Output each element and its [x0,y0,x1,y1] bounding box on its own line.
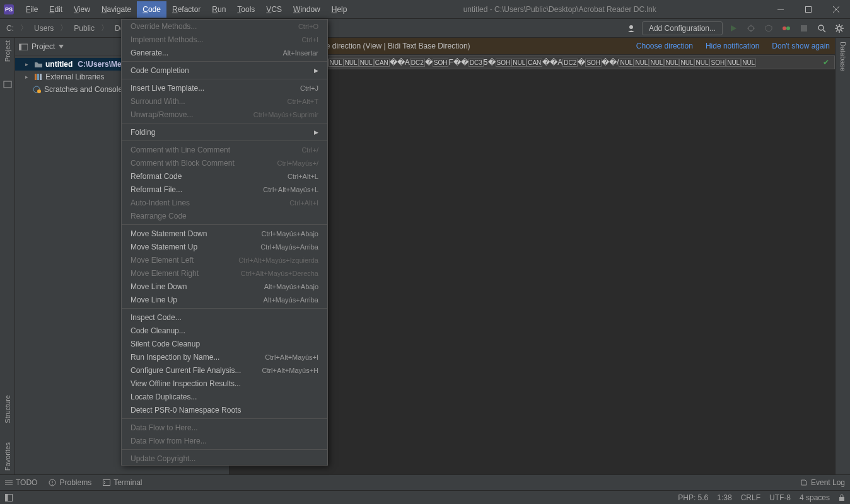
analysis-ok-icon[interactable]: ✔ [823,58,829,67]
svg-rect-31 [40,74,42,80]
terminal-tool-button[interactable]: Terminal [103,478,142,487]
svg-point-4 [629,25,633,29]
menu-item[interactable]: Move Statement UpCtrl+Mayús+Arriba [122,240,327,253]
eventlog-tool-button[interactable]: Event Log [800,478,845,487]
eventlog-label: Event Log [811,478,845,487]
status-indent[interactable]: 4 spaces [800,493,830,502]
breadcrumb-separator-icon: 〉 [98,21,111,35]
menu-tools[interactable]: Tools [231,1,260,18]
menu-view[interactable]: View [68,1,96,18]
menu-run[interactable]: Run [206,1,231,18]
svg-rect-1 [806,6,812,12]
menu-code[interactable]: Code [137,1,166,18]
svg-marker-28 [59,45,64,49]
choose-direction-link[interactable]: Choose direction [636,42,693,50]
menu-item: Move Element RightCtrl+Alt+Mayús+Derecha [122,266,327,280]
menu-help[interactable]: Help [326,1,353,18]
toolwindows-toggle-icon[interactable] [5,494,13,501]
menu-item: Surround With...Ctrl+Alt+T [122,94,327,108]
bottom-toolstrip: TODO Problems Terminal Event Log [0,474,850,490]
project-tool-tab[interactable]: Project [4,40,11,62]
breadcrumb-separator-icon: 〉 [18,21,30,35]
menu-window[interactable]: Window [288,1,326,18]
minimize-button[interactable] [767,0,795,19]
search-icon[interactable] [815,21,829,35]
svg-point-14 [818,25,824,30]
listen-icon[interactable] [779,21,793,35]
dont-show-again-link[interactable]: Don't show again [772,42,830,50]
close-button[interactable] [822,0,850,19]
menu-refactor[interactable]: Refactor [166,1,206,18]
svg-rect-30 [37,74,39,80]
problems-tool-button[interactable]: Problems [49,478,91,487]
eventlog-icon [800,479,808,486]
bookmark-icon[interactable] [3,81,12,88]
svg-rect-40 [103,480,110,486]
maximize-icon [805,6,812,13]
user-icon[interactable] [624,21,638,35]
menu-item[interactable]: Insert Live Template...Ctrl+J [122,81,327,94]
menu-item[interactable]: Move Line DownAlt+Mayús+Abajo [122,280,327,293]
folder-icon [34,60,43,68]
menu-item[interactable]: Move Line UpAlt+Mayús+Arriba [122,293,327,306]
menu-vcs[interactable]: VCS [260,1,288,18]
svg-rect-13 [801,25,807,32]
menu-item: Override Methods...Ctrl+O [122,20,327,33]
status-line-ending[interactable]: CRLF [741,493,760,502]
menu-item: Implement Methods...Ctrl+I [122,33,327,46]
menu-item: Update Copyright... [122,452,327,465]
menu-item: Unwrap/Remove...Ctrl+Mayús+Suprimir [122,108,327,121]
chevron-down-icon[interactable] [59,45,64,49]
menu-item[interactable]: Inspect Code... [122,311,327,324]
menu-item[interactable]: Code Completion▶ [122,64,327,77]
maximize-button[interactable] [795,0,822,19]
status-encoding[interactable]: UTF-8 [769,493,791,502]
status-position[interactable]: 1:38 [717,493,731,502]
status-php[interactable]: PHP: 5.6 [678,493,708,502]
menu-item[interactable]: Code Cleanup... [122,324,327,337]
menu-item[interactable]: Locate Duplicates... [122,390,327,403]
menu-item[interactable]: Silent Code Cleanup [122,337,327,350]
menu-item[interactable]: Folding▶ [122,125,327,139]
problems-icon [49,479,56,486]
window-title: untitled - C:\Users\Public\Desktop\Acrob… [352,5,767,14]
run-icon[interactable] [726,21,740,35]
menu-item[interactable]: Run Inspection by Name...Ctrl+Alt+Mayús+… [122,350,327,364]
app-logo: PS [4,4,14,14]
menu-item[interactable]: View Offline Inspection Results... [122,377,327,390]
status-lock-icon[interactable] [839,494,845,501]
settings-icon[interactable] [832,21,846,35]
debug-icon[interactable] [744,21,758,35]
menu-item: Rearrange Code [122,209,327,222]
menu-item[interactable]: Reformat File...Ctrl+Alt+Mayús+L [122,183,327,196]
menu-edit[interactable]: Edit [44,1,68,18]
left-tool-gutter: Project Structure Favorites [0,38,15,474]
stop-icon[interactable] [797,21,811,35]
menu-item[interactable]: Configure Current File Analysis...Ctrl+A… [122,364,327,377]
svg-line-22 [841,30,842,32]
structure-tool-tab[interactable]: Structure [4,395,11,423]
hide-notification-link[interactable]: Hide notification [706,42,759,50]
menu-item[interactable]: Move Statement DownCtrl+Mayús+Abajo [122,227,327,240]
menu-file[interactable]: File [20,1,44,18]
add-configuration-button[interactable]: Add Configuration... [642,21,723,35]
breadcrumb-item[interactable]: Public [71,23,97,34]
library-icon [34,73,43,81]
menu-navigate[interactable]: Navigate [96,1,137,18]
menu-item[interactable]: Reformat CodeCtrl+Alt+L [122,169,327,183]
svg-rect-25 [4,81,11,88]
coverage-icon[interactable] [762,21,776,35]
menu-item[interactable]: Generate...Alt+Insertar [122,46,327,59]
terminal-label: Terminal [114,478,142,487]
breadcrumb-item[interactable]: Users [32,23,56,34]
svg-line-15 [823,30,825,32]
database-tool-tab[interactable]: Database [839,38,847,71]
favorites-tool-tab[interactable]: Favorites [4,442,11,471]
todo-tool-button[interactable]: TODO [5,478,37,487]
breadcrumb-item[interactable]: C: [4,23,16,34]
problems-label: Problems [59,478,91,487]
menu-item: Move Element LeftCtrl+Alt+Mayús+Izquierd… [122,253,327,266]
svg-point-12 [786,26,790,30]
menu-item: Comment with Block CommentCtrl+Mayús+/ [122,156,327,169]
menu-item[interactable]: Detect PSR-0 Namespace Roots [122,403,327,416]
